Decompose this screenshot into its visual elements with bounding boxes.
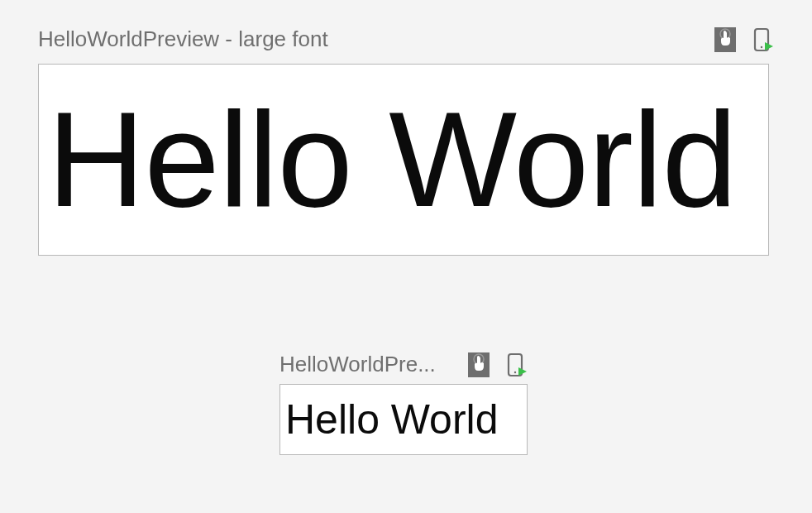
preview-small: HelloWorldPre... (279, 352, 528, 455)
preview-content-text: Hello World (285, 399, 499, 440)
preview-actions (714, 27, 774, 52)
preview-canvas: Hello World (38, 64, 769, 256)
preview-header: HelloWorldPreview - large font (38, 26, 774, 52)
interactive-mode-icon[interactable] (714, 27, 736, 52)
preview-actions (468, 352, 528, 377)
preview-large: HelloWorldPreview - large font (38, 26, 774, 256)
svg-point-9 (514, 371, 516, 372)
preview-canvas: Hello World (279, 384, 528, 455)
deploy-preview-icon[interactable] (752, 27, 774, 52)
preview-content-text: Hello World (47, 92, 737, 228)
preview-title: HelloWorldPre... (279, 352, 436, 377)
deploy-preview-icon[interactable] (506, 352, 528, 377)
preview-header: HelloWorldPre... (279, 352, 528, 377)
svg-point-4 (761, 46, 762, 47)
interactive-mode-icon[interactable] (468, 352, 490, 377)
preview-title: HelloWorldPreview - large font (38, 26, 328, 52)
